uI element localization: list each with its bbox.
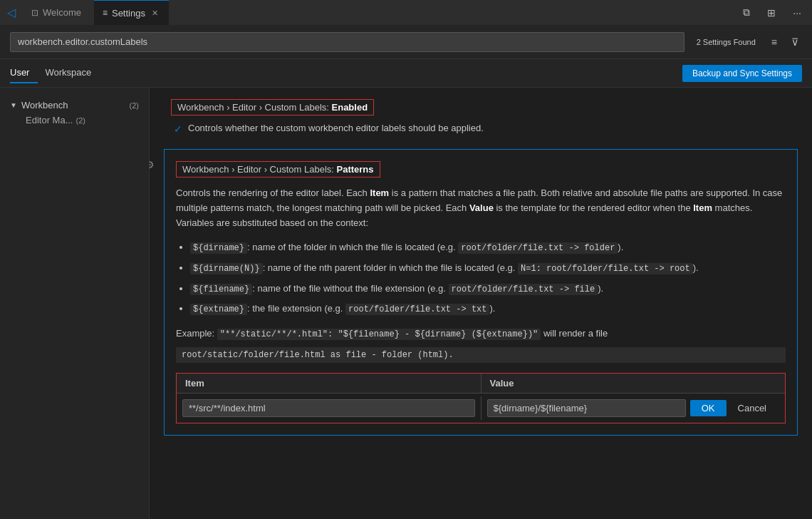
search-input[interactable] — [18, 36, 677, 47]
dirname-n-example: N=1: root/folder/file.txt -> root — [518, 263, 693, 274]
setting2-header-keyword: Patterns — [337, 164, 374, 175]
extname-example: root/folder/file.txt -> txt — [345, 304, 489, 315]
settings-found-badge: 2 Settings Found — [692, 36, 761, 48]
welcome-icon: ⊡ — [31, 8, 38, 18]
setting2-header: Workbench › Editor › Custom Labels: Patt… — [176, 161, 380, 178]
dirname-code: ${dirname} — [190, 242, 247, 254]
example-label: Example: — [176, 328, 217, 339]
table-item-input[interactable] — [182, 399, 475, 417]
tab-user[interactable]: User — [10, 63, 38, 83]
tab-settings[interactable]: ≡ Settings ✕ — [94, 0, 169, 25]
example-code-block: root/static/folder/file.html as file - f… — [176, 347, 786, 363]
ok-button[interactable]: OK — [690, 400, 727, 416]
tab-workspace[interactable]: Workspace — [45, 63, 100, 83]
sidebar-section-workbench: ▼ Workbench (2) Editor Ma... (2) — [0, 95, 149, 130]
setting-enabled-header: Workbench › Editor › Custom Labels: Enab… — [171, 99, 374, 115]
filename-code: ${filename} — [190, 284, 252, 295]
split-editor-icon[interactable]: ⊞ — [764, 5, 779, 21]
filename-example: root/folder/file.txt -> file — [449, 284, 598, 295]
bullet-dirname: ${dirname}: name of the folder in which … — [190, 239, 786, 257]
setting1-desc: ✓ Controls whether the custom workbench … — [171, 123, 798, 135]
table-header-row: Item Value — [177, 374, 785, 394]
workspace-tab-label: Workspace — [45, 67, 91, 78]
workbench-group-label: Workbench — [21, 100, 127, 111]
example-inline-code: "**/static/**/*.html": "${filename} - ${… — [217, 329, 541, 340]
setting-patterns-block: Workbench › Editor › Custom Labels: Patt… — [164, 149, 798, 436]
user-tab-label: User — [10, 67, 29, 78]
welcome-tab-label: Welcome — [43, 7, 81, 18]
app-logo: ◁ — [7, 6, 16, 19]
table-data-row: OK Cancel — [177, 394, 785, 423]
cancel-button[interactable]: Cancel — [731, 400, 774, 416]
main-layout: ▼ Workbench (2) Editor Ma... (2) Workben… — [0, 88, 812, 519]
sidebar: ▼ Workbench (2) Editor Ma... (2) — [0, 88, 150, 519]
patterns-table: Item Value OK Cancel — [176, 373, 786, 423]
table-value-cell: OK Cancel — [482, 396, 786, 420]
filter-icon[interactable]: ≡ — [768, 34, 781, 50]
setting1-header-keyword: Enabled — [332, 102, 368, 113]
table-actions: OK Cancel — [690, 400, 779, 416]
example-suffix: will render a file — [541, 328, 608, 339]
sidebar-item-label: Editor Ma... — [26, 115, 73, 125]
bullet-dirname-n: ${dirname(N)}: name of the nth parent fo… — [190, 260, 786, 277]
titlebar: ◁ ⊡ Welcome ≡ Settings ✕ ⧉ ⊞ ··· — [0, 0, 812, 25]
settings-tab-close[interactable]: ✕ — [150, 8, 160, 19]
checkbox-checked-icon[interactable]: ✓ — [174, 123, 182, 135]
table-value-input[interactable] — [487, 399, 686, 417]
bullet-filename: ${filename}: name of the file without th… — [190, 280, 786, 298]
sidebar-group-workbench[interactable]: ▼ Workbench (2) — [0, 98, 149, 113]
funnel-icon[interactable]: ⊽ — [788, 34, 802, 50]
titlebar-actions: ⧉ ⊞ ··· — [739, 4, 805, 21]
search-input-wrap[interactable] — [10, 32, 685, 52]
setting-patterns-wrapper: ⚙ Workbench › Editor › Custom Labels: Pa… — [164, 149, 798, 436]
sidebar-item-editor-ma[interactable]: Editor Ma... (2) — [0, 113, 149, 128]
table-item-cell — [177, 396, 482, 420]
workbench-badge: (2) — [130, 101, 139, 110]
more-actions-icon[interactable]: ··· — [789, 5, 805, 21]
setting-enabled-block: Workbench › Editor › Custom Labels: Enab… — [164, 99, 798, 135]
searchbar: 2 Settings Found ≡ ⊽ — [0, 25, 812, 59]
chevron-down-icon: ▼ — [10, 101, 17, 109]
backup-sync-button[interactable]: Backup and Sync Settings — [682, 65, 802, 82]
table-header-item: Item — [177, 374, 482, 393]
tab-welcome[interactable]: ⊡ Welcome — [23, 0, 90, 25]
settings-tab-label: Settings — [112, 8, 145, 19]
dirname-example: root/folder/file.txt -> folder — [458, 242, 618, 254]
bullet-list: ${dirname}: name of the folder in which … — [190, 239, 786, 317]
settings-icon: ≡ — [103, 8, 108, 18]
table-header-value: Value — [482, 374, 786, 393]
subtabs-row: User Workspace Backup and Sync Settings — [0, 59, 812, 88]
example-text: Example: "**/static/**/*.html": "${filen… — [176, 327, 786, 341]
bullet-extname: ${extname}: the file extension (e.g. roo… — [190, 300, 786, 318]
setting2-header-prefix: Workbench › Editor › Custom Labels: — [182, 164, 337, 175]
editor-ma-badge: (2) — [76, 116, 85, 125]
setting2-description: Controls the rendering of the editor lab… — [176, 186, 786, 230]
extname-code: ${extname} — [190, 304, 247, 315]
gear-icon[interactable]: ⚙ — [150, 159, 155, 170]
open-editors-icon[interactable]: ⧉ — [739, 4, 754, 21]
setting1-description-text: Controls whether the custom workbench ed… — [188, 123, 484, 133]
setting1-header-prefix: Workbench › Editor › Custom Labels: — [177, 102, 332, 113]
dirname-n-code: ${dirname(N)} — [190, 263, 263, 274]
settings-content: Workbench › Editor › Custom Labels: Enab… — [150, 88, 812, 519]
